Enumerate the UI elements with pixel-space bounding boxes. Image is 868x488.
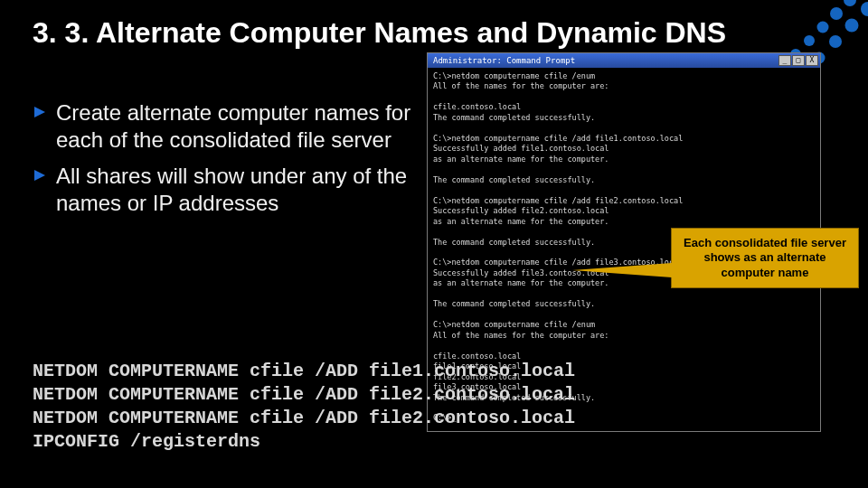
- triangle-bullet-icon: [33, 105, 47, 119]
- svg-point-23: [829, 35, 842, 48]
- command-code-block: NETDOM COMPUTERNAME cfile /ADD file1.con…: [33, 360, 575, 454]
- bullet-text: Create alternate computer names for each…: [56, 99, 412, 154]
- svg-marker-29: [34, 107, 45, 117]
- window-title: Administrator: Command Prompt: [429, 56, 778, 65]
- bullet-text: All shares will show under any of the na…: [56, 163, 412, 217]
- svg-point-25: [861, 2, 868, 16]
- svg-point-11: [830, 7, 843, 20]
- list-item: Create alternate computer names for each…: [33, 99, 412, 154]
- svg-point-24: [845, 19, 859, 33]
- slide-title: 3. 3. Alternate Computer Names and Dynam…: [33, 16, 726, 50]
- svg-point-12: [844, 0, 856, 6]
- window-titlebar: Administrator: Command Prompt _ □ X: [428, 53, 820, 68]
- svg-marker-30: [34, 170, 45, 181]
- svg-point-10: [817, 22, 829, 33]
- close-button[interactable]: X: [806, 55, 818, 66]
- svg-point-9: [804, 35, 815, 46]
- triangle-bullet-icon: [33, 168, 47, 183]
- callout-box: Each consolidated file server shows as a…: [671, 228, 859, 288]
- list-item: All shares will show under any of the na…: [33, 163, 412, 217]
- bullet-list: Create alternate computer names for each…: [33, 99, 412, 226]
- maximize-button[interactable]: □: [792, 55, 805, 66]
- minimize-button[interactable]: _: [778, 55, 791, 66]
